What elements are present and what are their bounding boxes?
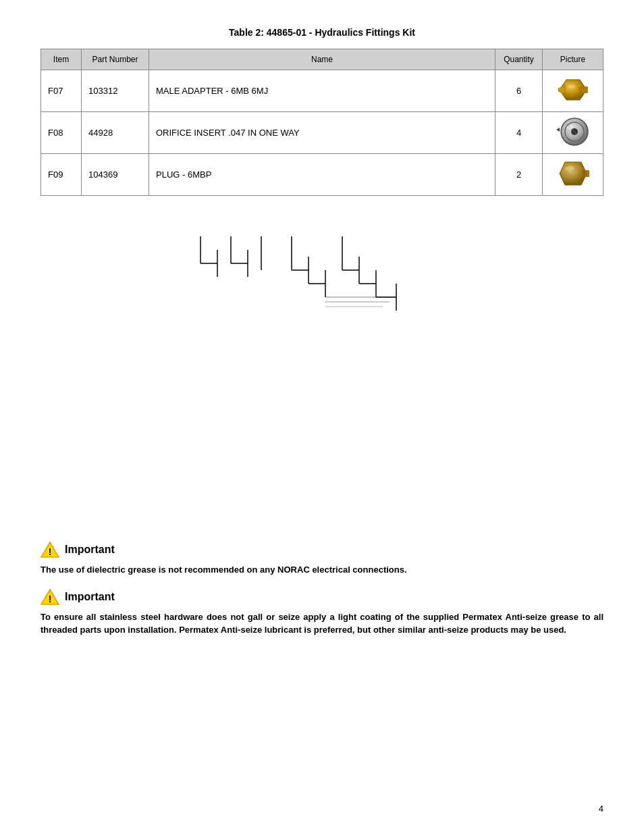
row-qty-f09: 2: [495, 154, 543, 196]
row-qty-f07: 6: [495, 70, 543, 112]
row-part-f08: 44928: [82, 112, 149, 154]
important-text-1: The use of dielectric grease is not reco…: [41, 563, 407, 577]
wiring-diagram: [180, 216, 464, 311]
warning-icon-2: !: [41, 588, 59, 606]
row-item-f09: F09: [41, 154, 82, 196]
col-header-pic: Picture: [543, 49, 603, 70]
svg-text:!: !: [49, 594, 52, 604]
col-header-name: Name: [149, 49, 495, 70]
content-spacer: [41, 351, 603, 540]
parts-table: Item Part Number Name Quantity Picture F…: [41, 49, 603, 196]
table-row: F08 44928 ORIFICE INSERT .047 IN ONE WAY…: [41, 112, 603, 154]
col-header-item: Item: [41, 49, 82, 70]
col-header-qty: Quantity: [495, 49, 543, 70]
part-image-f08: [553, 115, 593, 149]
part-image-f09: [553, 157, 593, 190]
row-name-f09: PLUG - 6MBP: [149, 154, 495, 196]
row-item-f07: F07: [41, 70, 82, 112]
svg-point-7: [568, 84, 576, 88]
svg-text:!: !: [49, 546, 52, 557]
row-name-f07: MALE ADAPTER - 6MB 6MJ: [149, 70, 495, 112]
col-header-part: Part Number: [82, 49, 149, 70]
table-row: F07 103312 MALE ADAPTER - 6MB 6MJ 6: [41, 70, 603, 112]
page-number: 4: [599, 804, 603, 814]
row-part-f09: 104369: [82, 154, 149, 196]
row-name-f08: ORIFICE INSERT .047 IN ONE WAY: [149, 112, 495, 154]
row-pic-f07: [543, 70, 603, 112]
warning-icon-1: !: [41, 540, 59, 559]
row-item-f08: F08: [41, 112, 82, 154]
important-notice-1: ! Important The use of dielectric grease…: [41, 540, 603, 577]
table-row: F09 104369 PLUG - 6MBP 2: [41, 154, 603, 196]
diagram-area: [41, 216, 603, 324]
important-text-2: To ensure all stainless steel hardware d…: [41, 610, 603, 637]
important-notice-2: ! Important To ensure all stainless stee…: [41, 588, 603, 637]
row-pic-f08: [543, 112, 603, 154]
row-qty-f08: 4: [495, 112, 543, 154]
row-part-f07: 103312: [82, 70, 149, 112]
important-heading-1: ! Important: [41, 540, 407, 559]
important-heading-2: ! Important: [41, 588, 603, 606]
page-title: Table 2: 44865-01 - Hydraulics Fittings …: [41, 27, 603, 38]
row-pic-f09: [543, 154, 603, 196]
svg-marker-13: [556, 128, 560, 132]
part-image-f07: [553, 73, 593, 107]
